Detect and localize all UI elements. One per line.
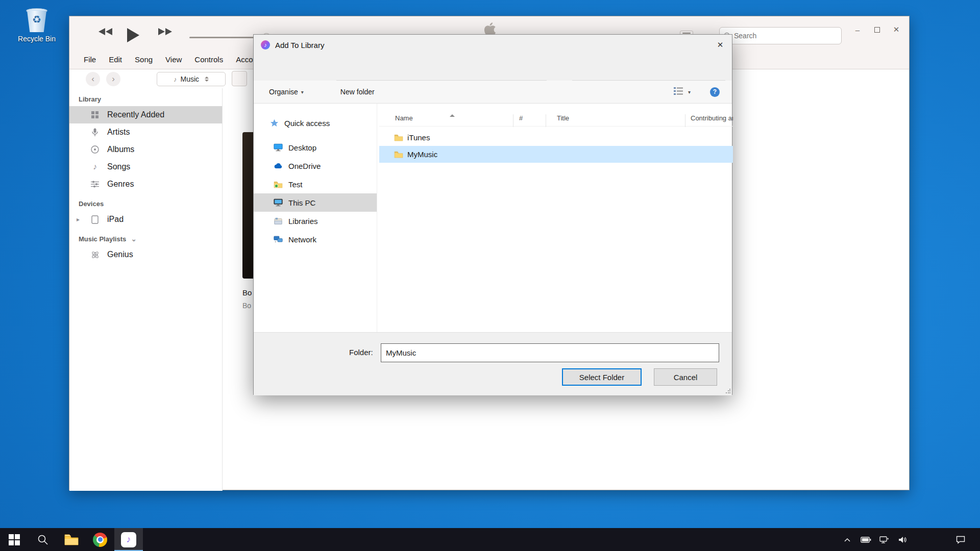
microphone-icon — [90, 128, 100, 137]
rewind-button[interactable] — [98, 28, 113, 36]
start-button[interactable] — [0, 528, 29, 551]
minimize-button[interactable]: – — [849, 22, 866, 37]
sliders-icon — [90, 181, 100, 188]
taskbar-chrome-button[interactable] — [86, 528, 114, 551]
taskbar-itunes-button[interactable]: ♪ — [114, 528, 143, 551]
sidebar-item-genius[interactable]: Genius — [69, 246, 222, 263]
play-button[interactable] — [127, 28, 140, 43]
taskbar: ♪ — [0, 528, 980, 551]
menu-controls[interactable]: Controls — [194, 55, 223, 64]
recycle-bin-icon[interactable]: ♻ Recycle Bin — [13, 7, 60, 43]
dialog-navigation-bar: ← → ⌄ ↑ ♪ › This PC › Music › ⌄ — [254, 55, 732, 81]
expand-arrow-icon[interactable]: ▸ — [77, 216, 80, 223]
select-folder-button[interactable]: Select Folder — [562, 368, 642, 386]
music-note-icon: ♪ — [174, 76, 177, 83]
itunes-sidebar: Library Recently Added Artists Albums — [69, 88, 223, 491]
navpane-item-this-pc[interactable]: This PC — [254, 193, 377, 212]
cancel-button[interactable]: Cancel — [654, 368, 717, 386]
sidebar-item-label: Genius — [107, 250, 133, 259]
volume-icon[interactable] — [893, 528, 912, 551]
sidebar-item-recently-added[interactable]: Recently Added — [69, 106, 222, 123]
navpane-item-network[interactable]: Network — [254, 230, 377, 248]
search-icon — [37, 534, 48, 545]
menu-file[interactable]: File — [84, 55, 96, 64]
column-number[interactable]: # — [519, 114, 523, 122]
action-center-icon[interactable] — [950, 528, 971, 551]
network-icon[interactable] — [875, 528, 893, 551]
navpane-item-onedrive[interactable]: OneDrive — [254, 157, 377, 175]
rewind-icon — [98, 28, 113, 36]
file-list: Name # Title Contributing artists iTunes… — [379, 104, 733, 332]
album-subtitle: Bo — [242, 302, 251, 310]
navpane-item-label: Desktop — [288, 143, 316, 152]
itunes-icon: ♪ — [121, 532, 136, 547]
libraries-icon — [273, 217, 283, 225]
computer-icon — [273, 198, 283, 207]
genius-atom-icon — [90, 251, 100, 259]
column-title[interactable]: Title — [557, 114, 569, 122]
new-folder-button[interactable]: New folder — [340, 88, 375, 96]
navpane-item-label: Quick access — [284, 119, 330, 128]
help-button[interactable]: ? — [710, 87, 720, 97]
folder-label: Folder: — [349, 348, 373, 357]
sidebar-item-songs[interactable]: ♪ Songs — [69, 158, 222, 176]
file-list-header: Name # Title Contributing artists — [379, 110, 733, 127]
navpane-item-test[interactable]: Test — [254, 175, 377, 193]
navpane-item-quick-access[interactable]: Quick access — [254, 114, 377, 132]
column-contributing-artists[interactable]: Contributing artists — [691, 114, 733, 122]
folder-name-input[interactable] — [381, 343, 719, 362]
fast-forward-button[interactable] — [157, 28, 173, 36]
navpane-item-libraries[interactable]: Libraries — [254, 212, 377, 230]
folder-icon — [394, 151, 403, 158]
sidebar-item-label: Genres — [107, 180, 134, 189]
itunes-app-icon: ♪ — [261, 40, 270, 49]
add-to-library-dialog: ♪ Add To Library ✕ ← → ⌄ ↑ ♪ › This PC ›… — [253, 34, 732, 395]
file-row-mymusic[interactable]: MyMusic — [379, 146, 733, 163]
dropdown-caret-icon: ▾ — [301, 89, 304, 95]
menu-edit[interactable]: Edit — [109, 55, 122, 64]
recycle-symbol-icon: ♻ — [25, 13, 48, 26]
itunes-search-input[interactable] — [734, 32, 837, 40]
tray-expand-icon[interactable] — [838, 528, 856, 551]
sidebar-item-ipad[interactable]: ▸ iPad — [69, 211, 222, 228]
view-mode-button[interactable] — [674, 87, 683, 96]
desktop-monitor-icon — [273, 143, 283, 152]
view-mode-caret-icon[interactable]: ▾ — [688, 89, 691, 95]
navpane-item-label: This PC — [288, 198, 315, 207]
menu-view[interactable]: View — [165, 55, 182, 64]
media-kind-label: Music — [180, 75, 199, 83]
sort-ascending-icon — [450, 114, 455, 117]
organise-button[interactable]: Organise ▾ — [269, 88, 304, 96]
battery-icon[interactable] — [856, 528, 875, 551]
navpane-item-desktop[interactable]: Desktop — [254, 138, 377, 157]
sidebar-item-albums[interactable]: Albums — [69, 141, 222, 158]
selector-chevrons-icon — [205, 77, 209, 82]
folder-icon — [394, 134, 403, 141]
close-button[interactable]: ✕ — [888, 22, 904, 37]
resize-grip[interactable] — [725, 389, 730, 394]
maximize-button[interactable] — [869, 22, 885, 37]
music-note-icon: ♪ — [90, 162, 100, 171]
recently-added-icon — [90, 111, 100, 119]
file-row-itunes[interactable]: iTunes — [379, 129, 733, 146]
menu-song[interactable]: Song — [135, 55, 153, 64]
file-row-label: MyMusic — [407, 150, 437, 159]
column-name[interactable]: Name — [395, 114, 413, 122]
dialog-close-button[interactable]: ✕ — [708, 35, 732, 55]
devices-header: Devices — [69, 193, 222, 211]
dialog-toolbar: Organise ▾ New folder ▾ ? — [254, 81, 732, 104]
nav-forward-button[interactable]: › — [106, 72, 120, 86]
sidebar-item-label: Recently Added — [107, 110, 164, 119]
library-header: Library — [69, 88, 222, 106]
media-kind-selector[interactable]: ♪ Music — [157, 72, 226, 86]
sidebar-item-artists[interactable]: Artists — [69, 123, 222, 141]
network-icon — [273, 235, 283, 243]
taskbar-search-button[interactable] — [29, 528, 57, 551]
taskbar-file-explorer-button[interactable] — [57, 528, 86, 551]
nav-back-button[interactable]: ‹ — [86, 72, 100, 86]
fast-forward-icon — [157, 28, 173, 36]
sidebar-item-label: iPad — [107, 215, 124, 224]
playlists-header-label: Music Playlists — [79, 235, 126, 243]
sidebar-item-genres[interactable]: Genres — [69, 176, 222, 193]
sidebar-item-label: Artists — [107, 128, 130, 137]
